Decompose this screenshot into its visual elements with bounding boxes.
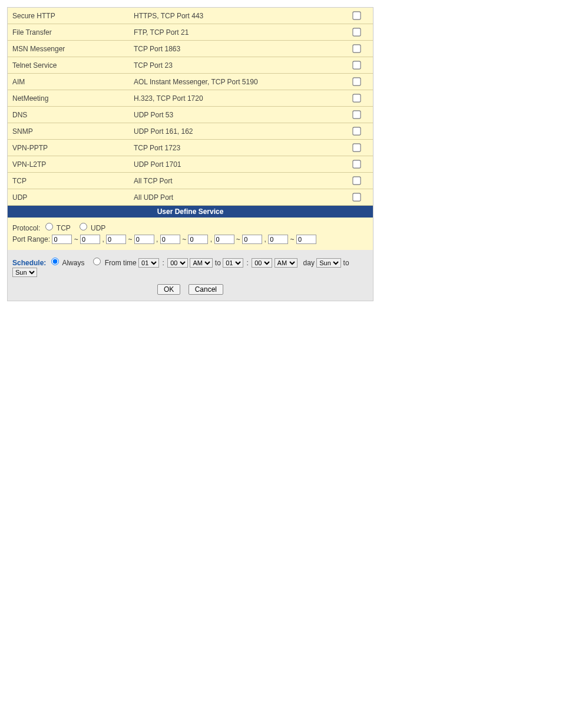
service-checkbox[interactable] — [352, 61, 361, 69]
protocol-label: Protocol: — [12, 224, 40, 232]
schedule-section: Schedule: Always From time 01 : 00 AM to… — [8, 250, 373, 281]
schedule-hour2-select[interactable]: 01 — [223, 258, 243, 268]
schedule-hour1-select[interactable]: 01 — [138, 258, 159, 268]
service-name: MSN Messenger — [8, 41, 129, 57]
protocol-udp-label: UDP — [91, 224, 105, 232]
service-name: File Transfer — [8, 24, 129, 41]
service-checkbox[interactable] — [352, 94, 361, 102]
cancel-button[interactable]: Cancel — [189, 284, 223, 295]
service-checkbox[interactable] — [352, 143, 361, 151]
service-desc: H.323, TCP Port 1720 — [129, 90, 340, 107]
service-checkbox[interactable] — [352, 28, 361, 36]
tilde-separator: ~ — [234, 235, 243, 243]
port-to-input[interactable] — [296, 235, 316, 244]
protocol-tcp-option[interactable]: TCP — [42, 224, 72, 232]
service-name: UDP — [8, 189, 129, 206]
schedule-day-label: day — [303, 259, 315, 267]
service-name: Telnet Service — [8, 57, 129, 74]
schedule-label: Schedule: — [12, 259, 46, 267]
service-desc: TCP Port 23 — [129, 57, 340, 74]
schedule-always-label: Always — [62, 259, 84, 267]
schedule-always-radio[interactable] — [51, 258, 59, 265]
protocol-udp-radio[interactable] — [80, 223, 87, 230]
service-checkbox[interactable] — [352, 110, 361, 118]
service-name: Secure HTTP — [8, 8, 129, 24]
service-desc: UDP Port 1701 — [129, 156, 340, 173]
schedule-fromtime-option[interactable]: From time — [90, 259, 138, 267]
colon-2: : — [247, 259, 249, 267]
service-desc: All UDP Port — [129, 189, 340, 206]
port-to-input[interactable] — [80, 235, 100, 244]
port-from-input[interactable] — [160, 235, 180, 244]
service-desc: FTP, TCP Port 21 — [129, 24, 340, 41]
table-row: VPN-PPTPTCP Port 1723 — [8, 140, 373, 156]
table-row: DNSUDP Port 53 — [8, 107, 373, 123]
service-checkbox[interactable] — [352, 176, 361, 185]
port-from-input[interactable] — [52, 235, 72, 244]
protocol-tcp-label: TCP — [57, 224, 71, 232]
service-desc: AOL Instant Messenger, TCP Port 5190 — [129, 74, 340, 90]
service-checkbox[interactable] — [352, 127, 361, 135]
port-to-input[interactable] — [134, 235, 154, 244]
service-desc: HTTPS, TCP Port 443 — [129, 8, 340, 24]
service-name: NetMeeting — [8, 90, 129, 107]
comma-separator: , — [154, 235, 160, 243]
service-name: TCP — [8, 173, 129, 189]
schedule-ampm1-select[interactable]: AM — [190, 258, 213, 268]
service-desc: TCP Port 1723 — [129, 140, 340, 156]
protocol-tcp-radio[interactable] — [45, 223, 53, 230]
port-from-input[interactable] — [106, 235, 126, 244]
schedule-ampm2-select[interactable]: AM — [275, 258, 297, 268]
ok-button[interactable]: OK — [157, 284, 180, 295]
table-row: MSN MessengerTCP Port 1863 — [8, 41, 373, 57]
table-row: UDPAll UDP Port — [8, 189, 373, 206]
service-desc: UDP Port 161, 162 — [129, 123, 340, 140]
port-to-input[interactable] — [242, 235, 262, 244]
service-checkbox[interactable] — [352, 160, 361, 168]
user-define-header: User Define Service — [8, 206, 373, 218]
schedule-day2-select[interactable]: Sun — [12, 268, 37, 277]
schedule-fromtime-radio[interactable] — [93, 258, 101, 265]
comma-separator: , — [262, 235, 268, 243]
port-range-label: Port Range: — [12, 235, 50, 243]
table-row: Telnet ServiceTCP Port 23 — [8, 57, 373, 74]
schedule-min1-select[interactable]: 00 — [167, 258, 188, 268]
table-row: VPN-L2TPUDP Port 1701 — [8, 156, 373, 173]
service-checkbox[interactable] — [352, 44, 361, 52]
tilde-separator: ~ — [72, 235, 80, 243]
service-checkbox[interactable] — [352, 77, 361, 85]
table-row: File TransferFTP, TCP Port 21 — [8, 24, 373, 41]
service-name: AIM — [8, 74, 129, 90]
port-to-input[interactable] — [188, 235, 208, 244]
schedule-day1-select[interactable]: Sun — [316, 258, 341, 268]
service-table: Secure HTTPHTTPS, TCP Port 443File Trans… — [8, 8, 373, 206]
table-row: SNMPUDP Port 161, 162 — [8, 123, 373, 140]
schedule-to-1: to — [215, 259, 221, 267]
table-row: AIMAOL Instant Messenger, TCP Port 5190 — [8, 74, 373, 90]
schedule-fromtime-label: From time — [105, 259, 137, 267]
tilde-separator: ~ — [288, 235, 296, 243]
service-name: VPN-PPTP — [8, 140, 129, 156]
table-row: Secure HTTPHTTPS, TCP Port 443 — [8, 8, 373, 24]
service-name: SNMP — [8, 123, 129, 140]
tilde-separator: ~ — [126, 235, 134, 243]
service-desc: TCP Port 1863 — [129, 41, 340, 57]
table-row: NetMeetingH.323, TCP Port 1720 — [8, 90, 373, 107]
table-row: TCPAll TCP Port — [8, 173, 373, 189]
protocol-udp-option[interactable]: UDP — [77, 224, 106, 232]
service-desc: All TCP Port — [129, 173, 340, 189]
service-checkbox[interactable] — [352, 11, 361, 19]
tilde-separator: ~ — [180, 235, 189, 243]
button-row: OK Cancel — [8, 281, 373, 301]
comma-separator: , — [208, 235, 214, 243]
user-define-section: Protocol: TCP UDP Port Range: ~ , ~ , ~ … — [8, 218, 373, 250]
service-desc: UDP Port 53 — [129, 107, 340, 123]
port-from-input[interactable] — [214, 235, 234, 244]
service-checkbox[interactable] — [352, 193, 361, 201]
service-name: DNS — [8, 107, 129, 123]
schedule-min2-select[interactable]: 00 — [252, 258, 272, 268]
schedule-to-2: to — [343, 259, 349, 267]
schedule-always-option[interactable]: Always — [48, 259, 87, 267]
port-from-input[interactable] — [268, 235, 288, 244]
service-name: VPN-L2TP — [8, 156, 129, 173]
